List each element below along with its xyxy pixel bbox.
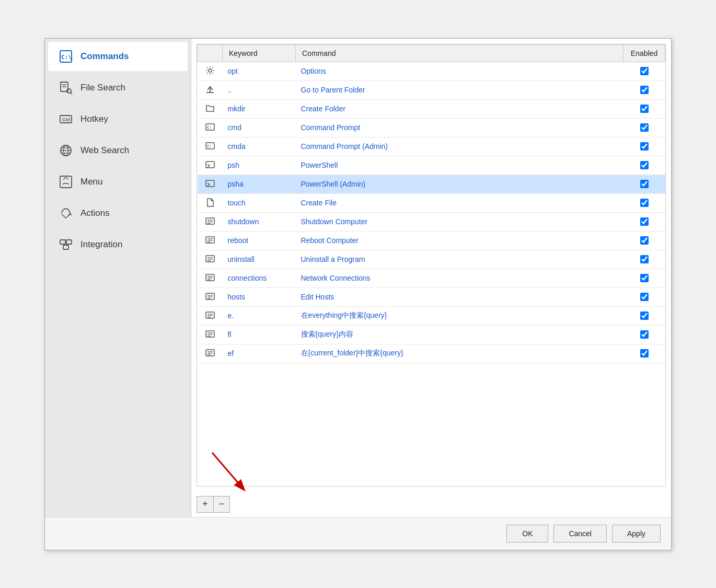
apply-button[interactable]: Apply [612,525,661,543]
cancel-button[interactable]: Cancel [553,525,607,543]
enabled-checkbox[interactable] [640,86,649,94]
row-icon-cell: C: [198,118,223,137]
row-command: Create File [296,193,623,212]
row-enabled-cell[interactable] [623,250,665,269]
table-row[interactable]: opt Options [198,62,665,80]
row-icon-cell [198,250,223,269]
table-row[interactable]: hosts Edit Hosts [198,287,665,306]
row-enabled-cell[interactable] [623,62,665,80]
add-command-button[interactable]: + [197,496,213,513]
row-icon-cell [198,231,223,250]
row-keyword: cmda [223,137,296,156]
sidebar-item-menu[interactable]: Menu [48,167,188,197]
table-row[interactable]: psh PowerShell [198,156,665,175]
row-icon-cell [198,80,223,99]
enabled-checkbox[interactable] [640,67,649,75]
row-enabled-cell[interactable] [623,137,665,156]
enabled-checkbox[interactable] [640,105,649,113]
settings-window: C:\ Commands File Search [44,38,672,550]
svg-text:C:: C: [207,144,211,148]
sidebar-item-file-search[interactable]: File Search [48,73,188,102]
hotkey-icon: Ctrl [59,112,73,126]
table-row[interactable]: ef 在{current_folder}中搜索{query} [198,344,665,363]
col-command: Command [296,44,623,62]
remove-command-button[interactable]: − [213,496,230,513]
row-command: PowerShell [296,156,623,175]
enabled-checkbox[interactable] [640,330,649,339]
row-enabled-cell[interactable] [623,156,665,175]
sidebar-item-hotkey[interactable]: Ctrl Hotkey [48,105,188,134]
enabled-checkbox[interactable] [640,255,649,263]
row-keyword: ef [223,344,296,363]
ok-button[interactable]: OK [506,525,548,543]
svg-text:C:\: C:\ [61,54,72,61]
table-row[interactable]: connections Network Connections [198,269,665,287]
enabled-checkbox[interactable] [640,123,649,132]
row-icon-cell [198,175,223,193]
row-keyword: cmd [223,118,296,137]
footer: OK Cancel Apply [45,517,671,550]
sidebar-item-actions[interactable]: Actions [48,199,188,228]
row-icon-cell [198,269,223,287]
enabled-checkbox[interactable] [640,274,649,282]
table-row[interactable]: shutdown Shutdown Computer [198,212,665,231]
table-row[interactable]: fl 搜索{query}内容 [198,325,665,344]
bottom-toolbar: + − [191,492,671,517]
row-enabled-cell[interactable] [623,118,665,137]
commands-table-container: Keyword Command Enabled opt Options [197,44,666,487]
row-icon-cell [198,306,223,325]
enabled-checkbox[interactable] [640,293,649,301]
table-row[interactable]: C: cmd Command Prompt [198,118,665,137]
row-command: Edit Hosts [296,287,623,306]
web-search-icon [59,143,73,158]
table-row[interactable]: psha PowerShell (Admin) [198,175,665,193]
table-row[interactable]: mkdir Create Folder [198,99,665,118]
row-keyword: .. [223,80,296,99]
sidebar-commands-label: Commands [80,51,129,62]
row-enabled-cell[interactable] [623,306,665,325]
row-enabled-cell[interactable] [623,325,665,344]
row-enabled-cell[interactable] [623,99,665,118]
row-command: 搜索{query}内容 [296,325,623,344]
enabled-checkbox[interactable] [640,180,649,188]
enabled-checkbox[interactable] [640,199,649,207]
row-enabled-cell[interactable] [623,231,665,250]
enabled-checkbox[interactable] [640,161,649,169]
enabled-checkbox[interactable] [640,142,649,151]
row-icon-cell [198,99,223,118]
table-row[interactable]: uninstall Uninstall a Program [198,250,665,269]
row-keyword: shutdown [223,212,296,231]
enabled-checkbox[interactable] [640,349,649,358]
row-enabled-cell[interactable] [623,344,665,363]
sidebar-web-search-label: Web Search [80,145,129,156]
sidebar-item-integration[interactable]: Integration [48,230,188,259]
col-enabled: Enabled [623,44,665,62]
enabled-checkbox[interactable] [640,236,649,245]
row-keyword: touch [223,193,296,212]
table-row[interactable]: reboot Reboot Computer [198,231,665,250]
sidebar: C:\ Commands File Search [45,39,191,517]
table-row[interactable]: e. 在everything中搜索{query} [198,306,665,325]
row-command: Shutdown Computer [296,212,623,231]
sidebar-item-commands[interactable]: C:\ Commands [48,42,188,71]
row-enabled-cell[interactable] [623,212,665,231]
row-enabled-cell[interactable] [623,193,665,212]
row-enabled-cell[interactable] [623,80,665,99]
table-row[interactable]: .. Go to Parent Folder [198,80,665,99]
row-enabled-cell[interactable] [623,287,665,306]
row-command: Uninstall a Program [296,250,623,269]
sidebar-item-web-search[interactable]: Web Search [48,136,188,165]
cmd-icon: C:\ [59,49,73,64]
row-command: Network Connections [296,269,623,287]
enabled-checkbox[interactable] [640,312,649,320]
table-row[interactable]: touch Create File [198,193,665,212]
row-enabled-cell[interactable] [623,269,665,287]
content-area: Keyword Command Enabled opt Options [191,39,671,517]
row-keyword: psha [223,175,296,193]
row-enabled-cell[interactable] [623,175,665,193]
row-keyword: psh [223,156,296,175]
row-command: Go to Parent Folder [296,80,623,99]
table-row[interactable]: C: cmda Command Prompt (Admin) [198,137,665,156]
svg-line-4 [71,93,72,94]
enabled-checkbox[interactable] [640,217,649,226]
